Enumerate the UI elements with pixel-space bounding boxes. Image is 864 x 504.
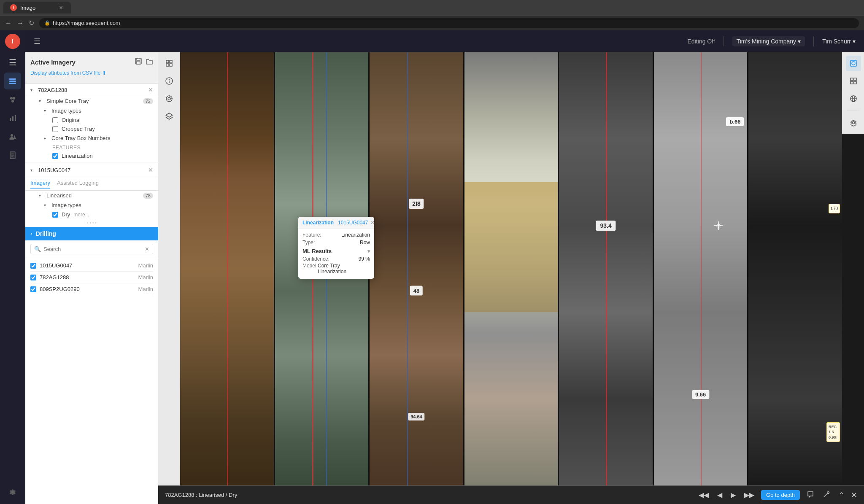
drill-checkbox-2[interactable] xyxy=(30,275,36,280)
lock-icon: 🔒 xyxy=(44,20,50,26)
svg-marker-32 xyxy=(166,113,173,117)
drill-item-2: 782AG1288 Marlin xyxy=(30,272,153,283)
simple-core-tray-badge: 72 xyxy=(143,98,153,104)
imagery-tab[interactable]: Imagery xyxy=(30,178,50,189)
nav-icon-users[interactable] xyxy=(4,128,21,145)
right-toolbar xyxy=(842,52,864,134)
core-tray-box-header[interactable]: ▸ Core Tray Box Numbers xyxy=(39,133,158,143)
drill-name-2: 782AG1288 xyxy=(40,274,135,280)
upload-icon: ⬆ xyxy=(102,70,106,76)
view-grid-icon[interactable] xyxy=(846,73,861,89)
editing-status: Editing Off xyxy=(688,38,715,45)
popup-close-button[interactable]: ✕ xyxy=(370,219,374,226)
refresh-button[interactable]: ↻ xyxy=(29,19,34,27)
popup-tab-linearization[interactable]: Linearization xyxy=(302,220,334,226)
hamburger-button[interactable]: ☰ xyxy=(34,37,40,46)
view-image-icon[interactable] xyxy=(846,56,861,71)
popup-body: Feature: Linearization Type: Row ML Resu… xyxy=(298,229,374,279)
nav-icon-chart[interactable] xyxy=(4,110,21,127)
bottom-comment-button[interactable] xyxy=(805,489,816,501)
popup-ml-chevron[interactable]: ▾ xyxy=(367,248,370,254)
drill-checkbox-1[interactable] xyxy=(30,263,36,269)
tree-header-782AG1288[interactable]: ▾ 782AG1288 ✕ xyxy=(25,84,158,96)
tree-close-button[interactable]: ✕ xyxy=(148,86,153,93)
svg-rect-47 xyxy=(827,491,829,494)
app-logo: I xyxy=(5,34,20,49)
bottom-close-button[interactable]: ✕ xyxy=(851,491,857,500)
image-types-arrow: ▾ xyxy=(44,108,49,113)
user-label: Tim Schurr xyxy=(822,38,851,45)
bottom-prev-button[interactable]: ◀ xyxy=(716,489,724,501)
user-selector[interactable]: Tim Schurr ▾ xyxy=(822,38,856,45)
back-arrow-icon: ‹ xyxy=(30,230,32,237)
address-bar[interactable]: 🔒 https://imago.seequent.com xyxy=(39,18,859,28)
red-line-1 xyxy=(227,52,228,485)
tree-close-button-2[interactable]: ✕ xyxy=(148,167,153,173)
imagery-tabs: Imagery Assisted Logging xyxy=(25,176,158,191)
drill-checkbox-3[interactable] xyxy=(30,286,36,292)
nav-icon-settings[interactable] xyxy=(4,484,21,501)
left-toolbar xyxy=(158,52,180,485)
tool-grid-icon[interactable] xyxy=(162,56,177,71)
csv-link[interactable]: Display attributes from CSV file ⬆ xyxy=(30,70,153,76)
left-panel: Active Imagery Display attributes from C… xyxy=(25,52,158,504)
popup-tab-id[interactable]: 1015UG0047 xyxy=(338,220,368,226)
nav-icon-report[interactable] xyxy=(4,147,21,164)
linearised-group: ▾ Linearised 78 ▾ Image types Dry xyxy=(25,191,158,219)
simple-core-tray-header[interactable]: ▾ Simple Core Tray 72 xyxy=(34,96,158,106)
linearised-header[interactable]: ▾ Linearised 78 xyxy=(34,191,158,200)
bottom-chevron-up-button[interactable]: ⌃ xyxy=(837,489,846,501)
image-types-header[interactable]: ▾ Image types xyxy=(39,106,158,116)
dry-checkbox[interactable] xyxy=(52,212,58,218)
bottom-skip-start-button[interactable]: ◀◀ xyxy=(697,489,710,501)
core-tray-box-label: Core Tray Box Numbers xyxy=(51,135,153,141)
bottom-wand-button[interactable] xyxy=(821,489,832,501)
go-to-depth-button[interactable]: Go to depth xyxy=(761,490,800,500)
search-clear-button[interactable]: ✕ xyxy=(145,246,149,252)
svg-point-5 xyxy=(11,100,14,102)
nav-icon-menu[interactable]: ☰ xyxy=(4,54,21,71)
more-link[interactable]: more... xyxy=(73,212,89,218)
drill-item-3: 809SP2UG0290 Marlin xyxy=(30,283,153,295)
linearised-arrow: ▾ xyxy=(39,193,44,198)
simple-core-tray-label: Simple Core Tray xyxy=(46,98,140,104)
browser-tab[interactable]: I Imago ✕ xyxy=(3,2,71,13)
tool-target-icon[interactable] xyxy=(162,91,177,106)
drag-handle: • • • • xyxy=(25,219,158,227)
popup-type-row: Type: Row xyxy=(302,240,370,245)
forward-button[interactable]: → xyxy=(17,19,24,27)
tree-header-1015UG0047[interactable]: ▾ 1015UG0047 ✕ xyxy=(25,164,158,176)
core-strip-3: 2I8 48 94.64 xyxy=(370,52,464,485)
nav-icon-group[interactable] xyxy=(4,91,21,108)
search-input[interactable] xyxy=(43,246,142,252)
company-selector[interactable]: Tim's Mining Company ▾ xyxy=(732,36,805,46)
popup-feature-value: Linearization xyxy=(341,232,370,238)
popup-ml-title: ML Results ▾ xyxy=(302,248,370,254)
back-button[interactable]: ← xyxy=(5,19,12,27)
view-globe-icon[interactable] xyxy=(846,91,861,106)
cropped-tray-checkbox[interactable] xyxy=(52,126,58,132)
original-checkbox[interactable] xyxy=(52,117,58,123)
drilling-section[interactable]: ‹ Drilling xyxy=(25,227,158,240)
image-types-header-2[interactable]: ▾ Image types xyxy=(39,200,158,210)
active-imagery-icons xyxy=(135,57,153,67)
search-box[interactable]: 🔍 ✕ xyxy=(30,244,153,254)
imagery-folder-icon[interactable] xyxy=(146,57,153,67)
tool-layers-icon[interactable] xyxy=(162,109,177,124)
active-imagery-title: Active Imagery xyxy=(30,59,76,66)
tool-info-icon[interactable] xyxy=(162,73,177,89)
bottom-next-button[interactable]: ▶ xyxy=(729,489,737,501)
nav-icon-layers[interactable] xyxy=(4,73,21,89)
linearised-label: Linearised xyxy=(46,192,140,199)
popup-type-key: Type: xyxy=(302,240,315,245)
assisted-logging-tab[interactable]: Assisted Logging xyxy=(57,178,99,189)
bottom-skip-end-button[interactable]: ▶▶ xyxy=(742,489,756,501)
imagery-save-icon[interactable] xyxy=(135,57,142,67)
settings-icon[interactable] xyxy=(846,115,861,130)
feature-popup: Linearization 1015UG0047 ✕ Feature: Line… xyxy=(298,217,374,279)
header-bar: ☰ Editing Off Tim's Mining Company ▾ Tim… xyxy=(25,30,864,52)
section-divider xyxy=(25,162,158,162)
linearization-checkbox[interactable] xyxy=(52,153,58,159)
left-nav: I ☰ xyxy=(0,30,25,504)
close-tab-button[interactable]: ✕ xyxy=(57,4,64,11)
